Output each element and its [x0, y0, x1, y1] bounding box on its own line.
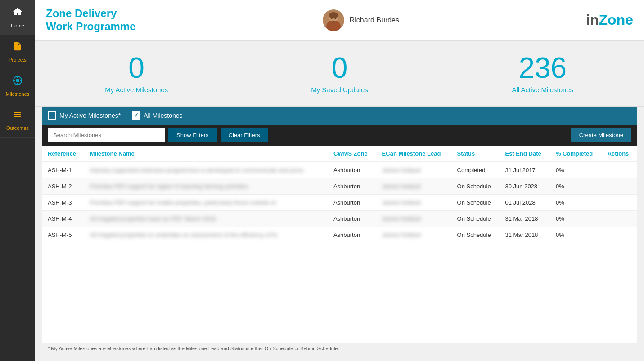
cell-cwms-zone: Ashburton [328, 162, 377, 178]
my-active-label: My Active Milestones* [59, 112, 121, 119]
cell-cwms-zone: Ashburton [328, 194, 377, 210]
stat-active-milestones: 0 My Active Milestones [35, 41, 238, 106]
title-line1: Zone Delivery [46, 7, 117, 19]
logo-zone: Zone [599, 12, 633, 28]
checkbox-my-active[interactable]: My Active Milestones* [48, 111, 121, 120]
main-content: Zone Delivery Work Programme Richard Bur [35, 0, 644, 361]
svg-rect-10 [14, 116, 14, 117]
cell-actions [602, 194, 637, 210]
cell-actions [602, 210, 637, 227]
cell-est-end-date: 31 Jul 2017 [500, 162, 550, 178]
all-milestones-label: All Milestones [144, 112, 182, 119]
cell-status: On Schedule [452, 227, 500, 243]
sidebar-item-outcomes[interactable]: Outcomes [0, 103, 35, 138]
cell-status: Completed [452, 162, 500, 178]
logo-in: in [586, 12, 599, 28]
cell-cwms-zone: Ashburton [328, 178, 377, 194]
search-input[interactable] [48, 128, 165, 142]
cell-reference: ASH-M-1 [42, 162, 85, 178]
table-section: My Active Milestones* All Milestones Sho… [35, 107, 644, 361]
cell-actions [602, 162, 637, 178]
stat-number-saved: 0 [332, 53, 348, 82]
filter-bar: Show Filters Clear Filters Create Milest… [42, 125, 637, 146]
all-milestones-checkbox[interactable] [132, 111, 140, 120]
cell-reference: ASH-M-3 [42, 194, 85, 210]
stat-number-active: 0 [128, 53, 144, 82]
projects-icon [13, 41, 23, 55]
stat-label-all: All Active Milestones [512, 86, 573, 94]
page-title: Zone Delivery Work Programme [46, 7, 136, 33]
col-reference: Reference [42, 146, 85, 162]
cell-status: On Schedule [452, 210, 500, 227]
table-row: ASH-M-2 Prioritise FEP support for highe… [42, 178, 637, 194]
cell-milestone-name: All irrigated properties have an FEP. Ma… [85, 210, 328, 227]
sidebar-item-home[interactable]: Home [0, 0, 35, 35]
cell-pct-completed: 0% [550, 227, 602, 243]
clear-filters-button[interactable]: Clear Filters [221, 128, 268, 142]
table-row: ASH-M-5 All irrigated properties to unde… [42, 227, 637, 243]
milestones-table-container: Reference Milestone Name CWMS Zone ECan … [42, 146, 637, 343]
sidebar-milestones-label: Milestones [6, 91, 30, 97]
avatar [323, 9, 344, 31]
toolbar-row: My Active Milestones* All Milestones [42, 107, 637, 125]
checkbox-all-milestones[interactable]: All Milestones [132, 111, 182, 120]
cell-status: On Schedule [452, 178, 500, 194]
cell-milestone-name: All irrigated properties to undertake an… [85, 227, 328, 243]
cell-milestone-name: Prioritise FEP support for higher N leac… [85, 178, 328, 194]
stat-label-saved: My Saved Updates [311, 86, 368, 94]
svg-rect-8 [14, 112, 14, 113]
sidebar-item-milestones[interactable]: Milestones [0, 69, 35, 103]
page-header: Zone Delivery Work Programme Richard Bur [35, 0, 644, 41]
col-status: Status [452, 146, 500, 162]
home-icon [12, 6, 23, 21]
sidebar-projects-label: Projects [9, 57, 27, 62]
cell-cwms-zone: Ashburton [328, 227, 377, 243]
stat-saved-updates: 0 My Saved Updates [238, 41, 441, 106]
cell-est-end-date: 31 Mar 2018 [500, 227, 550, 243]
cell-ecan-lead: Janine Holland [377, 162, 452, 178]
cell-milestone-name: Prioritise FEP support for Arable proper… [85, 194, 328, 210]
table-row: ASH-M-1 Industry supported extension pro… [42, 162, 637, 178]
cell-actions [602, 227, 637, 243]
svg-rect-0 [16, 47, 17, 48]
cell-ecan-lead: Janine Holland [377, 210, 452, 227]
cell-ecan-lead: Janine Holland [377, 178, 452, 194]
col-cwms-zone: CWMS Zone [328, 146, 377, 162]
sidebar-item-projects[interactable]: Projects [0, 35, 35, 69]
my-active-checkbox[interactable] [48, 111, 56, 120]
milestones-table: Reference Milestone Name CWMS Zone ECan … [42, 146, 637, 243]
user-info: Richard Burdes [323, 9, 399, 31]
sidebar-outcomes-label: Outcomes [6, 125, 29, 131]
cell-status: On Schedule [452, 194, 500, 210]
col-actions: Actions [602, 146, 637, 162]
stat-number-all: 236 [518, 53, 567, 82]
cell-pct-completed: 0% [550, 210, 602, 227]
stat-label-active: My Active Milestones [105, 86, 168, 94]
cell-ecan-lead: Janine Holland [377, 194, 452, 210]
cell-cwms-zone: Ashburton [328, 210, 377, 227]
milestones-icon [13, 76, 23, 89]
cell-ecan-lead: Janine Holland [377, 227, 452, 243]
outcomes-icon [13, 110, 23, 124]
cell-est-end-date: 01 Jul 2028 [500, 194, 550, 210]
svg-rect-9 [14, 114, 14, 115]
svg-point-3 [16, 79, 19, 82]
cell-pct-completed: 0% [550, 162, 602, 178]
cell-reference: ASH-M-4 [42, 210, 85, 227]
cell-pct-completed: 0% [550, 194, 602, 210]
sidebar: Home Projects Milestones [0, 0, 35, 361]
footer-note: * My Active Milestones are Milestones wh… [42, 343, 637, 354]
sidebar-home-label: Home [11, 23, 24, 28]
title-line2: Work Programme [46, 20, 136, 32]
cell-actions [602, 178, 637, 194]
col-milestone-name: Milestone Name [85, 146, 328, 162]
col-ecan-lead: ECan Milestone Lead [377, 146, 452, 162]
user-name: Richard Burdes [350, 16, 399, 24]
show-filters-button[interactable]: Show Filters [168, 128, 217, 142]
logo: inZone [586, 12, 633, 28]
table-row: ASH-M-4 All irrigated properties have an… [42, 210, 637, 227]
table-row: ASH-M-3 Prioritise FEP support for Arabl… [42, 194, 637, 210]
cell-milestone-name: Industry supported extension programmes … [85, 162, 328, 178]
create-milestone-button[interactable]: Create Milestone [571, 128, 631, 142]
cell-est-end-date: 30 Jun 2028 [500, 178, 550, 194]
